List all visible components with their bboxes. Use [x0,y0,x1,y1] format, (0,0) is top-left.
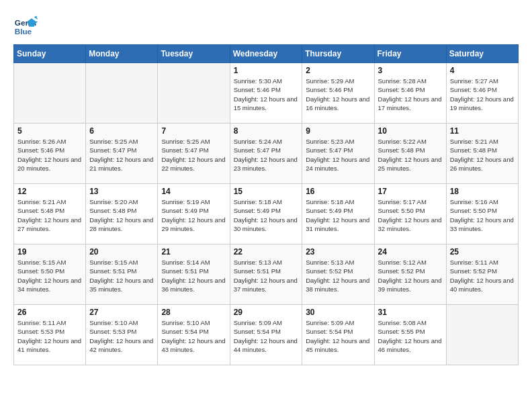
weekday-header-row: SundayMondayTuesdayWednesdayThursdayFrid… [14,45,519,63]
day-info: Sunrise: 5:13 AMSunset: 5:52 PMDaylight:… [306,258,370,293]
day-number: 17 [378,187,443,196]
day-number: 15 [234,187,299,196]
day-number: 14 [161,187,226,196]
day-number: 6 [89,126,154,136]
calendar-cell: 27Sunrise: 5:10 AMSunset: 5:53 PMDayligh… [86,305,158,365]
weekday-header-wednesday: Wednesday [230,45,302,63]
calendar-cell: 10Sunrise: 5:22 AMSunset: 5:48 PMDayligh… [374,124,446,184]
day-number: 29 [234,308,299,317]
day-number: 1 [234,66,299,75]
day-info: Sunrise: 5:19 AMSunset: 5:49 PMDaylight:… [161,197,226,233]
calendar-cell [14,63,86,124]
calendar-cell: 16Sunrise: 5:18 AMSunset: 5:49 PMDayligh… [302,184,374,244]
day-number: 26 [17,308,82,317]
calendar-cell: 2Sunrise: 5:29 AMSunset: 5:46 PMDaylight… [302,63,374,124]
calendar-cell: 11Sunrise: 5:21 AMSunset: 5:48 PMDayligh… [446,124,518,184]
day-number: 22 [234,247,299,257]
day-info: Sunrise: 5:18 AMSunset: 5:49 PMDaylight:… [234,197,299,233]
week-row-5: 26Sunrise: 5:11 AMSunset: 5:53 PMDayligh… [14,305,519,365]
day-number: 21 [161,247,226,257]
day-number: 16 [306,187,370,196]
day-info: Sunrise: 5:18 AMSunset: 5:49 PMDaylight:… [306,197,370,233]
calendar-cell: 15Sunrise: 5:18 AMSunset: 5:49 PMDayligh… [230,184,302,244]
calendar-cell: 6Sunrise: 5:25 AMSunset: 5:47 PMDaylight… [86,124,158,184]
day-number: 25 [450,247,515,257]
calendar-cell: 21Sunrise: 5:14 AMSunset: 5:51 PMDayligh… [158,244,230,305]
weekday-header-saturday: Saturday [446,45,518,63]
day-number: 13 [89,187,154,196]
day-info: Sunrise: 5:20 AMSunset: 5:48 PMDaylight:… [89,197,154,233]
day-info: Sunrise: 5:30 AMSunset: 5:46 PMDaylight:… [234,77,299,112]
svg-text:Blue: Blue [15,27,32,36]
day-info: Sunrise: 5:24 AMSunset: 5:47 PMDaylight:… [234,137,299,173]
day-number: 12 [17,187,82,196]
day-number: 27 [89,308,154,317]
calendar-cell: 26Sunrise: 5:11 AMSunset: 5:53 PMDayligh… [14,305,86,365]
day-info: Sunrise: 5:15 AMSunset: 5:50 PMDaylight:… [17,258,82,293]
day-number: 18 [450,187,515,196]
day-info: Sunrise: 5:13 AMSunset: 5:51 PMDaylight:… [234,258,299,293]
day-info: Sunrise: 5:17 AMSunset: 5:50 PMDaylight:… [378,197,443,233]
calendar-cell: 31Sunrise: 5:08 AMSunset: 5:55 PMDayligh… [374,305,446,365]
day-info: Sunrise: 5:25 AMSunset: 5:47 PMDaylight:… [161,137,226,173]
day-info: Sunrise: 5:22 AMSunset: 5:48 PMDaylight:… [378,137,443,173]
day-number: 28 [161,308,226,317]
calendar-cell [86,63,158,124]
day-number: 24 [378,247,443,257]
day-number: 2 [306,66,370,75]
day-info: Sunrise: 5:29 AMSunset: 5:46 PMDaylight:… [306,77,370,112]
day-number: 20 [89,247,154,257]
day-info: Sunrise: 5:16 AMSunset: 5:50 PMDaylight:… [450,197,515,233]
weekday-header-friday: Friday [374,45,446,63]
day-info: Sunrise: 5:21 AMSunset: 5:48 PMDaylight:… [450,137,515,173]
day-info: Sunrise: 5:25 AMSunset: 5:47 PMDaylight:… [89,137,154,173]
calendar-cell: 22Sunrise: 5:13 AMSunset: 5:51 PMDayligh… [230,244,302,305]
calendar-cell [158,63,230,124]
day-info: Sunrise: 5:26 AMSunset: 5:46 PMDaylight:… [17,137,82,173]
calendar-table: SundayMondayTuesdayWednesdayThursdayFrid… [13,44,519,365]
calendar-cell: 5Sunrise: 5:26 AMSunset: 5:46 PMDaylight… [14,124,86,184]
calendar-cell: 1Sunrise: 5:30 AMSunset: 5:46 PMDaylight… [230,63,302,124]
day-info: Sunrise: 5:11 AMSunset: 5:52 PMDaylight:… [450,258,515,293]
calendar-cell: 17Sunrise: 5:17 AMSunset: 5:50 PMDayligh… [374,184,446,244]
day-number: 7 [161,126,226,136]
calendar-cell: 8Sunrise: 5:24 AMSunset: 5:47 PMDaylight… [230,124,302,184]
calendar-cell: 24Sunrise: 5:12 AMSunset: 5:52 PMDayligh… [374,244,446,305]
day-number: 9 [306,126,370,136]
day-number: 19 [17,247,82,257]
weekday-header-thursday: Thursday [302,45,374,63]
day-info: Sunrise: 5:09 AMSunset: 5:54 PMDaylight:… [306,318,370,354]
day-info: Sunrise: 5:21 AMSunset: 5:48 PMDaylight:… [17,197,82,233]
calendar-cell: 4Sunrise: 5:27 AMSunset: 5:46 PMDaylight… [446,63,518,124]
day-number: 10 [378,126,443,136]
calendar-cell: 30Sunrise: 5:09 AMSunset: 5:54 PMDayligh… [302,305,374,365]
calendar-cell: 9Sunrise: 5:23 AMSunset: 5:47 PMDaylight… [302,124,374,184]
calendar-cell: 28Sunrise: 5:10 AMSunset: 5:54 PMDayligh… [158,305,230,365]
calendar-cell: 12Sunrise: 5:21 AMSunset: 5:48 PMDayligh… [14,184,86,244]
weekday-header-tuesday: Tuesday [158,45,230,63]
calendar-cell: 23Sunrise: 5:13 AMSunset: 5:52 PMDayligh… [302,244,374,305]
calendar-cell: 14Sunrise: 5:19 AMSunset: 5:49 PMDayligh… [158,184,230,244]
day-number: 23 [306,247,370,257]
calendar-cell: 3Sunrise: 5:28 AMSunset: 5:46 PMDaylight… [374,63,446,124]
day-number: 5 [17,126,82,136]
calendar-cell: 7Sunrise: 5:25 AMSunset: 5:47 PMDaylight… [158,124,230,184]
week-row-2: 5Sunrise: 5:26 AMSunset: 5:46 PMDaylight… [14,124,519,184]
day-info: Sunrise: 5:10 AMSunset: 5:53 PMDaylight:… [89,318,154,354]
day-number: 4 [450,66,515,75]
day-info: Sunrise: 5:10 AMSunset: 5:54 PMDaylight:… [161,318,226,354]
calendar-cell [446,305,518,365]
day-info: Sunrise: 5:27 AMSunset: 5:46 PMDaylight:… [450,77,515,112]
calendar-cell: 18Sunrise: 5:16 AMSunset: 5:50 PMDayligh… [446,184,518,244]
day-number: 8 [234,126,299,136]
calendar-cell: 29Sunrise: 5:09 AMSunset: 5:54 PMDayligh… [230,305,302,365]
day-info: Sunrise: 5:08 AMSunset: 5:55 PMDaylight:… [378,318,443,354]
calendar-cell: 19Sunrise: 5:15 AMSunset: 5:50 PMDayligh… [14,244,86,305]
day-number: 31 [378,308,443,317]
logo: General Blue [13,13,38,38]
day-info: Sunrise: 5:15 AMSunset: 5:51 PMDaylight:… [89,258,154,293]
day-info: Sunrise: 5:12 AMSunset: 5:52 PMDaylight:… [378,258,443,293]
day-number: 11 [450,126,515,136]
page-header: General Blue [13,13,519,38]
day-info: Sunrise: 5:28 AMSunset: 5:46 PMDaylight:… [378,77,443,112]
